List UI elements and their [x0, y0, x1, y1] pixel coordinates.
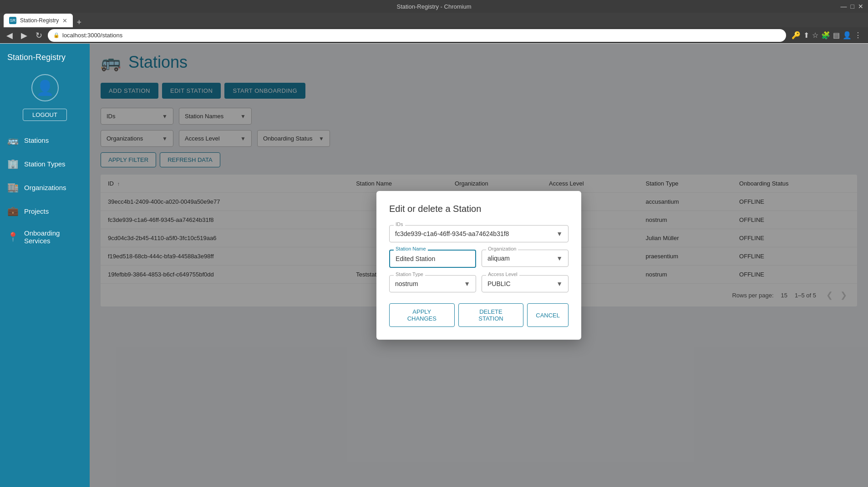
sidebar-item-onboarding-services[interactable]: 📍 Onboarding Services [0, 223, 90, 251]
title-bar: Station-Registry - Chromium — □ ✕ [0, 0, 868, 13]
ids-field-label: IDs [394, 221, 405, 227]
extensions-icon[interactable]: 🧩 [821, 31, 830, 40]
access-level-value: PUBLIC [487, 280, 511, 287]
nav-bar: ◀ ▶ ↻ 🔒 localhost:3000/stations 🔑 ⬆ ☆ 🧩 … [0, 27, 868, 44]
ids-select-chevron: ▼ [556, 230, 563, 237]
sidebar-toggle-icon[interactable]: ▤ [833, 31, 840, 40]
avatar-icon: 👤 [36, 79, 54, 96]
sidebar-item-organizations[interactable]: 🏬 Organizations [0, 176, 90, 199]
sidebar-nav: 🚌 Stations 🏢 Station Types 🏬 Organizatio… [0, 128, 90, 251]
apply-changes-button[interactable]: APPLY CHANGES [389, 303, 455, 327]
new-tab-button[interactable]: + [76, 18, 81, 27]
profile-icon[interactable]: 👤 [843, 31, 852, 40]
key-icon[interactable]: 🔑 [792, 31, 801, 40]
app-layout: Station-Registry 👤 LOGOUT 🚌 Stations 🏢 S… [0, 44, 868, 487]
sidebar-item-stations[interactable]: 🚌 Stations [0, 128, 90, 152]
access-level-label: Access Level [486, 271, 519, 277]
modal-ids-row: IDs fc3de939-c1a6-46ff-9345-aa74624b31f8… [389, 225, 569, 242]
ids-field: IDs fc3de939-c1a6-46ff-9345-aa74624b31f8… [389, 225, 569, 242]
back-button[interactable]: ◀ [4, 29, 15, 42]
ids-select[interactable]: fc3de939-c1a6-46ff-9345-aa74624b31f8 ▼ [389, 225, 569, 242]
access-level-chevron: ▼ [556, 280, 563, 287]
url-text: localhost:3000/stations [62, 32, 122, 39]
tab-favicon: SR [9, 17, 16, 24]
tab-bar: SR Station-Registry ✕ + [0, 13, 868, 27]
ids-select-value: fc3de939-c1a6-46ff-9345-aa74624b31f8 [395, 230, 509, 237]
edit-station-modal: Edit or delete a Station IDs fc3de939-c1… [376, 191, 581, 340]
delete-station-button[interactable]: DELETE STATION [458, 303, 524, 327]
bookmark-icon[interactable]: ☆ [812, 31, 818, 40]
logout-section: LOGOUT [0, 105, 90, 128]
organizations-icon: 🏬 [7, 182, 19, 193]
station-name-label: Station Name [394, 246, 428, 251]
browser-title: Station-Registry - Chromium [397, 3, 472, 10]
refresh-button[interactable]: ↻ [33, 29, 45, 42]
station-type-field: Station Type nostrum ▼ [389, 275, 476, 292]
sidebar-item-projects[interactable]: 💼 Projects [0, 199, 90, 223]
station-type-select[interactable]: nostrum ▼ [389, 275, 476, 292]
sidebar-item-onboarding-label: Onboarding Services [24, 229, 82, 245]
share-icon[interactable]: ⬆ [803, 31, 809, 40]
sidebar-item-station-types-label: Station Types [24, 160, 66, 168]
sidebar-item-organizations-label: Organizations [24, 184, 66, 191]
station-name-field: Station Name [389, 250, 476, 268]
station-type-label: Station Type [394, 271, 425, 277]
sidebar-item-station-types[interactable]: 🏢 Station Types [0, 152, 90, 176]
address-bar[interactable]: 🔒 localhost:3000/stations [48, 29, 786, 42]
sidebar-item-projects-label: Projects [24, 207, 49, 215]
org-select-chevron: ▼ [556, 255, 563, 262]
minimize-button[interactable]: — [841, 3, 847, 10]
browser-chrome: Station-Registry - Chromium — □ ✕ SR Sta… [0, 0, 868, 44]
station-name-input[interactable] [389, 250, 476, 268]
content-area: 🚌 Stations ADD STATION EDIT STATION STAR… [90, 44, 868, 487]
modal-actions: APPLY CHANGES DELETE STATION CANCEL [389, 303, 569, 327]
lock-icon: 🔒 [53, 32, 60, 38]
station-types-icon: 🏢 [7, 158, 19, 169]
organization-label: Organization [486, 246, 518, 251]
avatar: 👤 [31, 74, 59, 101]
avatar-section: 👤 [0, 70, 90, 105]
station-type-access-row: Station Type nostrum ▼ Access Level PUBL… [389, 275, 569, 292]
maximize-button[interactable]: □ [851, 3, 854, 10]
onboarding-icon: 📍 [7, 231, 19, 242]
organization-select-value: aliquam [487, 255, 510, 262]
station-type-value: nostrum [395, 280, 418, 287]
cancel-button[interactable]: CANCEL [527, 303, 569, 327]
title-bar-buttons[interactable]: — □ ✕ [841, 3, 863, 10]
organization-select[interactable]: aliquam ▼ [482, 250, 569, 267]
modal-title: Edit or delete a Station [389, 204, 569, 214]
forward-button[interactable]: ▶ [18, 29, 30, 42]
organization-field: Organization aliquam ▼ [482, 250, 569, 268]
sidebar-item-stations-label: Stations [24, 136, 49, 144]
logout-button[interactable]: LOGOUT [23, 109, 67, 121]
stations-icon: 🚌 [7, 135, 19, 146]
sidebar: Station-Registry 👤 LOGOUT 🚌 Stations 🏢 S… [0, 44, 90, 487]
menu-icon[interactable]: ⋮ [854, 31, 862, 40]
modal-overlay[interactable]: Edit or delete a Station IDs fc3de939-c1… [90, 44, 868, 487]
projects-icon: 💼 [7, 206, 19, 216]
access-level-field: Access Level PUBLIC ▼ [482, 275, 569, 292]
nav-right-icons: 🔑 ⬆ ☆ 🧩 ▤ 👤 ⋮ [789, 31, 864, 40]
tab-close-button[interactable]: ✕ [62, 17, 67, 24]
active-tab[interactable]: SR Station-Registry ✕ [4, 14, 73, 27]
station-type-chevron: ▼ [464, 280, 470, 287]
station-name-org-row: Station Name Organization aliquam ▼ [389, 250, 569, 268]
tab-label: Station-Registry [20, 17, 59, 24]
access-level-select[interactable]: PUBLIC ▼ [482, 275, 569, 292]
close-button[interactable]: ✕ [858, 3, 863, 10]
app-title: Station-Registry [0, 44, 90, 70]
